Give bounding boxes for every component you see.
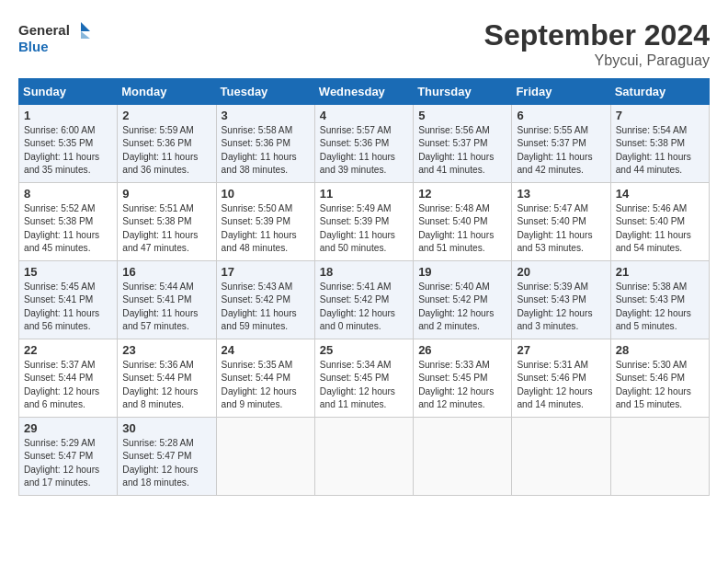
day-info: Sunrise: 5:45 AM Sunset: 5:41 PM Dayligh…: [24, 281, 112, 333]
day-info: Sunrise: 5:43 AM Sunset: 5:42 PM Dayligh…: [222, 281, 310, 333]
week-row-5: 29Sunrise: 5:29 AM Sunset: 5:47 PM Dayli…: [19, 418, 710, 496]
day-info: Sunrise: 5:34 AM Sunset: 5:45 PM Dayligh…: [320, 359, 408, 411]
page-header: General Blue September 2024 Ybycui, Para…: [18, 18, 710, 69]
day-number: 24: [222, 343, 310, 357]
day-cell: 11Sunrise: 5:49 AM Sunset: 5:39 PM Dayli…: [314, 183, 413, 261]
day-cell: 24Sunrise: 5:35 AM Sunset: 5:44 PM Dayli…: [216, 339, 314, 418]
day-number: 26: [418, 343, 506, 357]
day-number: 29: [24, 421, 112, 435]
day-info: Sunrise: 5:58 AM Sunset: 5:36 PM Dayligh…: [222, 124, 310, 177]
day-number: 27: [517, 343, 605, 357]
header-row: SundayMondayTuesdayWednesdayThursdayFrid…: [19, 79, 710, 105]
day-info: Sunrise: 5:28 AM Sunset: 5:47 PM Dayligh…: [122, 437, 210, 489]
day-cell: 29Sunrise: 5:29 AM Sunset: 5:47 PM Dayli…: [19, 418, 118, 496]
day-cell: [512, 418, 610, 496]
day-number: 17: [222, 265, 310, 279]
day-cell: 14Sunrise: 5:46 AM Sunset: 5:40 PM Dayli…: [610, 183, 709, 261]
day-cell: [610, 418, 709, 496]
day-number: 10: [222, 187, 310, 201]
day-number: 1: [24, 109, 112, 122]
day-number: 20: [517, 265, 605, 279]
day-info: Sunrise: 5:47 AM Sunset: 5:40 PM Dayligh…: [517, 202, 605, 255]
day-cell: 19Sunrise: 5:40 AM Sunset: 5:42 PM Dayli…: [414, 261, 512, 339]
day-number: 21: [616, 265, 704, 279]
day-cell: 7Sunrise: 5:54 AM Sunset: 5:38 PM Daylig…: [610, 105, 709, 183]
day-number: 19: [418, 265, 506, 279]
day-cell: 26Sunrise: 5:33 AM Sunset: 5:45 PM Dayli…: [414, 339, 512, 418]
day-info: Sunrise: 5:51 AM Sunset: 5:38 PM Dayligh…: [122, 202, 210, 255]
day-cell: 22Sunrise: 5:37 AM Sunset: 5:44 PM Dayli…: [19, 339, 118, 418]
day-number: 3: [222, 109, 310, 122]
day-cell: 12Sunrise: 5:48 AM Sunset: 5:40 PM Dayli…: [414, 183, 512, 261]
day-number: 16: [122, 265, 210, 279]
svg-marker-3: [81, 31, 90, 39]
day-cell: 20Sunrise: 5:39 AM Sunset: 5:43 PM Dayli…: [512, 261, 610, 339]
day-info: Sunrise: 5:44 AM Sunset: 5:41 PM Dayligh…: [122, 281, 210, 333]
column-header-monday: Monday: [118, 79, 216, 105]
day-info: Sunrise: 5:35 AM Sunset: 5:44 PM Dayligh…: [222, 359, 310, 411]
day-info: Sunrise: 5:31 AM Sunset: 5:46 PM Dayligh…: [517, 359, 605, 411]
day-cell: [216, 418, 314, 496]
day-info: Sunrise: 5:54 AM Sunset: 5:38 PM Dayligh…: [616, 124, 704, 177]
day-number: 11: [320, 187, 408, 201]
day-info: Sunrise: 5:49 AM Sunset: 5:39 PM Dayligh…: [320, 202, 408, 255]
day-number: 8: [24, 187, 112, 201]
day-info: Sunrise: 5:59 AM Sunset: 5:36 PM Dayligh…: [122, 124, 210, 177]
day-cell: 13Sunrise: 5:47 AM Sunset: 5:40 PM Dayli…: [512, 183, 610, 261]
day-number: 15: [24, 265, 112, 279]
day-info: Sunrise: 5:55 AM Sunset: 5:37 PM Dayligh…: [517, 124, 605, 177]
day-number: 4: [320, 109, 408, 122]
day-cell: 5Sunrise: 5:56 AM Sunset: 5:37 PM Daylig…: [414, 105, 512, 183]
day-cell: 23Sunrise: 5:36 AM Sunset: 5:44 PM Dayli…: [118, 339, 216, 418]
day-info: Sunrise: 6:00 AM Sunset: 5:35 PM Dayligh…: [24, 124, 112, 177]
week-row-4: 22Sunrise: 5:37 AM Sunset: 5:44 PM Dayli…: [19, 339, 710, 418]
day-info: Sunrise: 5:37 AM Sunset: 5:44 PM Dayligh…: [24, 359, 112, 411]
day-cell: [414, 418, 512, 496]
day-number: 6: [517, 109, 605, 122]
day-cell: 15Sunrise: 5:45 AM Sunset: 5:41 PM Dayli…: [19, 261, 118, 339]
month-title: September 2024: [484, 18, 710, 52]
day-cell: 28Sunrise: 5:30 AM Sunset: 5:46 PM Dayli…: [610, 339, 709, 418]
day-number: 14: [616, 187, 704, 201]
day-cell: 17Sunrise: 5:43 AM Sunset: 5:42 PM Dayli…: [216, 261, 314, 339]
day-number: 25: [320, 343, 408, 357]
day-info: Sunrise: 5:41 AM Sunset: 5:42 PM Dayligh…: [320, 281, 408, 333]
svg-text:Blue: Blue: [18, 39, 49, 54]
day-cell: 30Sunrise: 5:28 AM Sunset: 5:47 PM Dayli…: [118, 418, 216, 496]
day-cell: 1Sunrise: 6:00 AM Sunset: 5:35 PM Daylig…: [19, 105, 118, 183]
svg-marker-2: [81, 22, 90, 31]
day-number: 2: [122, 109, 210, 122]
day-cell: 25Sunrise: 5:34 AM Sunset: 5:45 PM Dayli…: [314, 339, 413, 418]
day-info: Sunrise: 5:36 AM Sunset: 5:44 PM Dayligh…: [122, 359, 210, 411]
location-subtitle: Ybycui, Paraguay: [484, 52, 710, 69]
day-cell: 8Sunrise: 5:52 AM Sunset: 5:38 PM Daylig…: [19, 183, 118, 261]
day-info: Sunrise: 5:57 AM Sunset: 5:36 PM Dayligh…: [320, 124, 408, 177]
day-number: 22: [24, 343, 112, 357]
day-cell: 10Sunrise: 5:50 AM Sunset: 5:39 PM Dayli…: [216, 183, 314, 261]
column-header-tuesday: Tuesday: [216, 79, 314, 105]
day-cell: 18Sunrise: 5:41 AM Sunset: 5:42 PM Dayli…: [314, 261, 413, 339]
week-row-3: 15Sunrise: 5:45 AM Sunset: 5:41 PM Dayli…: [19, 261, 710, 339]
day-info: Sunrise: 5:38 AM Sunset: 5:43 PM Dayligh…: [616, 281, 704, 333]
svg-text:General: General: [18, 22, 70, 38]
day-info: Sunrise: 5:39 AM Sunset: 5:43 PM Dayligh…: [517, 281, 605, 333]
day-info: Sunrise: 5:50 AM Sunset: 5:39 PM Dayligh…: [222, 202, 310, 255]
day-cell: 3Sunrise: 5:58 AM Sunset: 5:36 PM Daylig…: [216, 105, 314, 183]
day-number: 23: [122, 343, 210, 357]
day-cell: 16Sunrise: 5:44 AM Sunset: 5:41 PM Dayli…: [118, 261, 216, 339]
column-header-friday: Friday: [512, 79, 610, 105]
column-header-thursday: Thursday: [414, 79, 512, 105]
logo: General Blue: [18, 18, 92, 59]
column-header-wednesday: Wednesday: [314, 79, 413, 105]
day-number: 13: [517, 187, 605, 201]
column-header-saturday: Saturday: [610, 79, 709, 105]
day-cell: 2Sunrise: 5:59 AM Sunset: 5:36 PM Daylig…: [118, 105, 216, 183]
day-cell: 4Sunrise: 5:57 AM Sunset: 5:36 PM Daylig…: [314, 105, 413, 183]
day-number: 28: [616, 343, 704, 357]
day-number: 9: [122, 187, 210, 201]
week-row-1: 1Sunrise: 6:00 AM Sunset: 5:35 PM Daylig…: [19, 105, 710, 183]
week-row-2: 8Sunrise: 5:52 AM Sunset: 5:38 PM Daylig…: [19, 183, 710, 261]
day-info: Sunrise: 5:48 AM Sunset: 5:40 PM Dayligh…: [418, 202, 506, 255]
day-info: Sunrise: 5:52 AM Sunset: 5:38 PM Dayligh…: [24, 202, 112, 255]
column-header-sunday: Sunday: [19, 79, 118, 105]
